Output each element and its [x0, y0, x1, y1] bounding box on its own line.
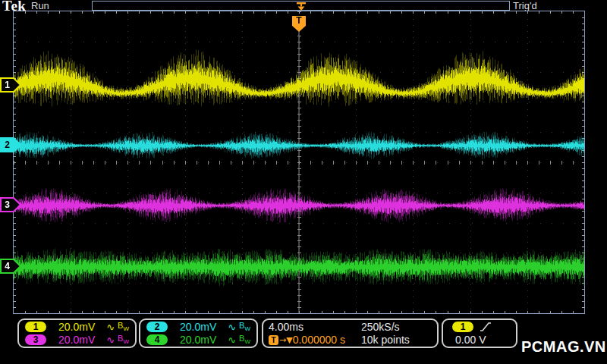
ch3-badge: 3 — [25, 334, 46, 345]
arrow-down-icon: ▼ — [286, 335, 292, 345]
ch4-bandwidth-icon: BW — [239, 334, 250, 345]
watermark: PCMAG.VN — [521, 338, 606, 356]
ch4-readout: 4 20.0mV ∿ BW — [140, 334, 256, 346]
ch1-marker[interactable]: 1 — [0, 77, 21, 93]
trigger-level-arrow-icon[interactable] — [571, 78, 584, 95]
ch2-marker-label: 2 — [0, 140, 14, 150]
horizontal-readout-box[interactable]: 4.00ms 250kS/s T→▼0.000000 s 10k points — [262, 318, 439, 348]
record-view[interactable] — [92, 1, 510, 11]
ch3-marker-label: 3 — [0, 199, 14, 210]
rising-edge-icon — [480, 321, 492, 333]
trigger-level: 0.00 V — [443, 334, 516, 346]
ch1-scale: 20.0mV — [58, 321, 105, 333]
ch2-marker[interactable]: 2 — [0, 137, 21, 152]
ch1-bandwidth-icon: BW — [118, 321, 129, 332]
graticule — [13, 11, 585, 314]
record-length: 10k points — [361, 334, 410, 346]
ch4-coupling-icon: ∿ — [228, 334, 236, 346]
ch1-readout: 1 20.0mV ∿ BW — [19, 321, 135, 333]
ch2-coupling-icon: ∿ — [228, 322, 236, 333]
sample-rate: 250kS/s — [361, 321, 400, 333]
ch2-scale: 20.0mV — [180, 321, 226, 333]
ch1-marker-label: 1 — [0, 80, 14, 90]
trigger-status: Trig'd — [513, 0, 537, 11]
delay-value: 0.000000 s — [293, 334, 345, 346]
vertical-readout-box-1-3[interactable]: 1 20.0mV ∿ BW 3 20.0mV ∿ BW — [17, 318, 137, 348]
ch1-badge: 1 — [25, 322, 46, 332]
ch3-marker[interactable]: 3 — [0, 197, 21, 212]
ch4-marker-label: 4 — [0, 261, 14, 271]
ch1-coupling-icon: ∿ — [106, 322, 115, 333]
ch2-badge: 2 — [146, 322, 168, 332]
ch4-scale: 20.0mV — [180, 334, 226, 346]
ch3-readout: 3 20.0mV ∿ BW — [19, 334, 135, 346]
waveform-display[interactable] — [14, 11, 584, 313]
arrow-right-icon: → — [279, 335, 286, 345]
ch3-bandwidth-icon: BW — [118, 334, 129, 345]
ch3-scale: 20.0mV — [58, 334, 105, 346]
trigger-delay: T→▼0.000000 s — [269, 334, 361, 346]
ch3-coupling-icon: ∿ — [106, 334, 115, 346]
ch2-readout: 2 20.0mV ∿ BW — [140, 321, 256, 333]
ch2-bandwidth-icon: BW — [239, 321, 250, 332]
ch4-badge: 4 — [146, 334, 168, 345]
trigger-t-icon: T — [269, 335, 278, 345]
trigger-readout-box[interactable]: 1 0.00 V — [442, 318, 517, 348]
vertical-readout-box-2-4[interactable]: 2 20.0mV ∿ BW 4 20.0mV ∿ BW — [139, 318, 258, 348]
acquisition-status: Run — [31, 0, 49, 11]
ch4-marker[interactable]: 4 — [0, 259, 21, 274]
timebase-scale: 4.00ms — [269, 321, 361, 333]
trigger-source-badge: 1 — [452, 322, 473, 332]
